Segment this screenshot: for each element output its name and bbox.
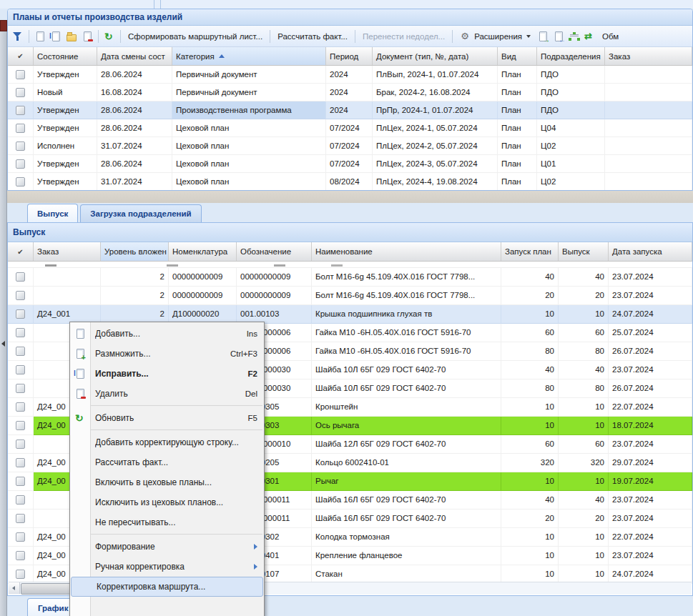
row-checkbox[interactable] <box>16 177 25 187</box>
column-header[interactable]: Категория <box>172 47 326 65</box>
column-header[interactable]: Наименование <box>312 242 501 261</box>
table-row[interactable]: Утвержден28.06.2024Первичный документ202… <box>8 66 692 84</box>
import-document-button[interactable] <box>551 29 566 44</box>
menu-item-add[interactable]: Добавить...Ins <box>70 324 264 344</box>
menu-item-label: Обновить <box>95 413 241 423</box>
form-route-sheet-button[interactable]: Сформировать маршрутный лист... <box>124 31 267 42</box>
table-cell: 80 <box>559 379 609 398</box>
row-checkbox[interactable] <box>16 106 25 115</box>
table-row[interactable]: Новый16.08.2024Первичный документ2024Бра… <box>8 84 692 101</box>
menu-item-label: Размножить... <box>95 349 223 359</box>
row-checkbox[interactable] <box>16 141 25 151</box>
menu-item-add-correction-row[interactable]: Добавить корректирующую строку... <box>70 432 264 452</box>
column-header[interactable]: Заказ <box>34 242 101 261</box>
column-header[interactable]: Подразделения <box>537 47 605 65</box>
row-checkbox[interactable] <box>16 458 25 467</box>
edit-document-button[interactable] <box>48 29 64 44</box>
delete-document-button[interactable] <box>79 29 95 44</box>
row-checkbox[interactable] <box>16 291 25 300</box>
exchange-button[interactable]: Обм <box>598 31 623 42</box>
horizontal-splitter[interactable] <box>7 191 693 203</box>
column-header[interactable]: Период <box>326 47 373 65</box>
add-document-button[interactable] <box>32 29 48 44</box>
menu-item-route-correction[interactable]: Корректировка маршрута... <box>71 577 263 597</box>
table-cell: Исполнен <box>34 137 97 155</box>
table-cell: Цеховой план <box>172 155 326 173</box>
extensions-button[interactable]: Расширения <box>456 29 535 44</box>
row-checkbox[interactable] <box>16 309 25 319</box>
table-row[interactable]: 20000000000900000000009Болт М16-6g 45.10… <box>8 287 692 305</box>
row-checkbox[interactable] <box>16 402 25 412</box>
row-checkbox[interactable] <box>16 514 25 523</box>
row-checkbox[interactable] <box>16 328 25 337</box>
row-checkbox[interactable] <box>16 551 25 560</box>
row-checkbox[interactable] <box>16 570 25 579</box>
row-checkbox[interactable] <box>16 532 25 542</box>
column-header[interactable]: Заказ <box>605 47 692 65</box>
scroll-left-button[interactable] <box>9 582 20 594</box>
toolbar-separator <box>98 30 99 43</box>
toolbar-separator <box>452 30 453 43</box>
filter-button[interactable] <box>10 29 26 44</box>
edit-document-icon <box>50 31 62 42</box>
column-header[interactable]: Запуск план <box>501 242 559 261</box>
table-cell: План <box>498 119 537 137</box>
tab-zagruzka-podrazdelenij[interactable]: Загрузка подразделений <box>80 204 201 222</box>
menu-item-manual-correction[interactable]: Ручная корректировка <box>70 557 264 577</box>
collapsed-panel-strip[interactable] <box>0 20 7 616</box>
row-checkbox[interactable] <box>16 384 25 393</box>
menu-item-formation[interactable]: Формирование <box>70 537 264 557</box>
row-checkbox[interactable] <box>16 365 25 374</box>
open-folder-button[interactable] <box>64 29 79 44</box>
menu-item-calculate-fact[interactable]: Рассчитать факт... <box>70 452 264 472</box>
row-checkbox[interactable] <box>16 88 25 97</box>
column-header[interactable]: Уровень вложен <box>101 242 169 261</box>
menu-item-refresh[interactable]: ОбновитьF5 <box>70 408 264 428</box>
table-row[interactable]: Утвержден28.06.2024Цеховой план07/2024Пл… <box>8 155 692 173</box>
tab-vypusk[interactable]: Выпуск <box>27 204 78 222</box>
menu-item-do-not-recalculate[interactable]: Не пересчитывать... <box>70 512 264 532</box>
toolbar-button-label: Сформировать маршрутный лист... <box>128 32 262 41</box>
row-checkbox[interactable] <box>16 477 25 486</box>
table-row[interactable]: Исполнен31.07.2024Цеховой план07/2024ПлЦ… <box>8 137 692 155</box>
menu-item-include-in-shop-plans[interactable]: Включить в цеховые планы... <box>70 472 264 492</box>
refresh-button[interactable] <box>102 29 117 44</box>
row-checkbox[interactable] <box>16 495 25 505</box>
select-all-header[interactable]: ✔ <box>8 47 34 65</box>
menu-item-duplicate[interactable]: Размножить...Ctrl+F3 <box>70 344 264 364</box>
menu-item-edit[interactable]: Исправить...F2 <box>70 364 264 384</box>
column-header[interactable]: Выпуск <box>559 242 609 261</box>
export-document-button[interactable] <box>535 29 551 44</box>
table-row[interactable]: Утвержден28.06.2024Цеховой план07/2024Пл… <box>8 119 692 137</box>
select-all-header[interactable]: ✔ <box>8 242 34 261</box>
column-header[interactable]: Дата смены сост <box>97 47 172 65</box>
column-header-label: Запуск план <box>505 247 551 256</box>
column-header[interactable]: Документ (тип, №, дата) <box>373 47 498 65</box>
table-row[interactable]: 20000000000900000000009Болт М16-6g 45.10… <box>8 268 692 287</box>
checkbox-cell <box>8 379 34 398</box>
row-checkbox[interactable] <box>16 124 25 133</box>
row-checkbox[interactable] <box>16 272 25 282</box>
org-chart-button[interactable] <box>566 29 582 44</box>
menu-item-delete[interactable]: УдалитьDel <box>70 384 264 404</box>
row-checkbox[interactable] <box>16 439 25 449</box>
menu-item-exclude-from-shop-plans[interactable]: Исключить из цеховых планов... <box>70 492 264 512</box>
row-checkbox[interactable] <box>16 70 25 79</box>
checkbox-cell <box>8 137 34 155</box>
table-row[interactable]: Утвержден31.07.2024Цеховой план08/2024Пл… <box>8 173 692 191</box>
move-backlog-button: Перенести недодел... <box>358 31 449 42</box>
exchange-button[interactable] <box>582 29 598 44</box>
column-header[interactable]: Номенклатура <box>169 242 237 261</box>
row-checkbox[interactable] <box>16 159 25 169</box>
row-checkbox[interactable] <box>16 421 25 430</box>
column-header[interactable]: Вид <box>498 47 537 65</box>
column-header[interactable]: Обозначение <box>237 242 312 261</box>
column-header[interactable]: Состояние <box>34 47 97 65</box>
column-header[interactable]: Дата запуска <box>609 242 692 261</box>
calculate-fact-button[interactable]: Рассчитать факт... <box>273 31 352 42</box>
table-cell: 23.07.2024 <box>609 268 692 287</box>
row-checkbox[interactable] <box>16 347 25 356</box>
table-cell: ПДО <box>537 101 605 119</box>
table-row[interactable]: Утвержден28.06.2024Производственная прог… <box>8 101 692 119</box>
collapse-left-icon[interactable] <box>1 341 5 347</box>
